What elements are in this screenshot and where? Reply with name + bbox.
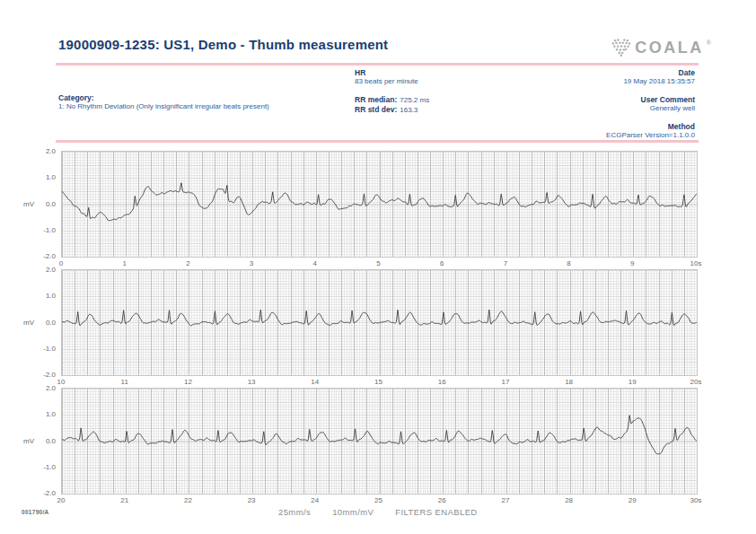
y-tick-label: 1.0 [32,410,56,418]
x-tick-label: 29 [629,496,637,504]
y-tick-label: 0.0 [32,199,56,207]
x-tick-label: 22 [184,496,192,504]
category-label: Category: [58,93,355,102]
date-value: 19 May 2018 15:35:57 [488,77,695,86]
x-tick-label: 8 [567,259,570,267]
x-tick-label: 17 [501,378,509,386]
x-tick-label: 10s [690,259,702,267]
x-tick-label: 2 [186,259,189,267]
ecg-waveform [62,152,697,257]
meta-block: Date 19 May 2018 15:35:57 User Comment G… [488,68,695,140]
divider-bottom [56,140,699,143]
x-tick-label: 10 [57,378,66,386]
x-tick-label: 26 [438,496,446,504]
ecg-grid [61,388,698,495]
category-block: Category: 1: No Rhythm Deviation (Only i… [58,93,355,111]
x-tick-label: 27 [501,496,509,504]
gain-setting: 10mm/mV [332,507,374,517]
ecg-trace [62,183,697,221]
x-tick-label: 12 [184,378,192,386]
x-tick-label: 16 [438,378,446,386]
rr-stddev-value: 163.3 [400,106,418,114]
page-title: 19000909-1235: US1, Demo - Thumb measure… [58,37,388,52]
x-tick-label: 14 [311,378,319,386]
rr-stddev-label: RR std dev: [355,105,397,114]
ecg-report-page: 19000909-1235: US1, Demo - Thumb measure… [0,0,756,534]
y-tick-label: -1.0 [32,225,56,233]
x-tick-label: 3 [250,259,253,267]
x-tick-label: 13 [248,378,256,386]
x-tick-label: 11 [121,378,128,386]
user-comment-value: Generally well [488,104,695,113]
y-tick-label: -1.0 [32,344,56,352]
x-tick-label: 20 [57,496,66,504]
x-tick-label: 28 [565,496,573,504]
y-tick-label: 2.0 [32,266,56,274]
ecg-trace [62,416,697,454]
y-tick-label: -1.0 [32,462,56,470]
x-tick-label: 25 [374,496,382,504]
method-label: Method [488,122,695,131]
x-tick-label: 15 [374,378,382,386]
x-tick-label: 4 [313,259,317,267]
x-tick-label: 6 [440,259,444,267]
x-tick-label: 9 [630,259,634,267]
coala-logo-text: COALA [635,39,704,57]
x-tick-label: 7 [504,259,507,267]
x-tick-label: 1 [122,259,126,267]
y-tick-label: 1.0 [32,173,56,181]
category-value: 1: No Rhythm Deviation (Only insignifica… [58,102,355,111]
ecg-trace [62,310,697,326]
y-tick-label: 2.0 [32,147,56,155]
x-tick-label: 18 [565,378,573,386]
x-tick-label: 20s [690,378,702,386]
rr-median-label: RR median: [355,95,397,104]
paper-speed: 25mm/s [278,507,311,517]
y-tick-label: 0.0 [32,436,56,444]
divider-top [56,63,699,66]
print-settings: 25mm/s 10mm/mV FILTERS ENABLED [278,507,478,517]
ecg-waveform [62,270,697,375]
x-tick-label: 23 [248,496,256,504]
y-tick-label: -2.0 [32,371,56,379]
x-tick-label: 0 [59,259,63,267]
x-tick-label: 21 [120,496,128,504]
x-tick-label: 19 [629,378,637,386]
x-tick-label: 30s [690,496,702,504]
ecg-grid [61,151,698,258]
y-tick-label: 2.0 [32,384,56,392]
ecg-grid [61,269,698,376]
method-value: ECGParser Version=1.1.0.0 [488,131,695,140]
y-tick-label: 1.0 [32,292,56,300]
registered-mark: ® [707,39,711,46]
coala-logo: COALA® [611,38,711,57]
coala-heart-icon [611,38,632,57]
rr-median-value: 725.2 ms [400,96,429,104]
x-tick-label: 24 [311,496,319,504]
user-comment-label: User Comment [488,95,695,104]
x-tick-label: 5 [376,259,380,267]
ecg-waveform [62,389,697,494]
y-tick-label: -2.0 [32,252,56,260]
y-tick-label: -2.0 [32,489,56,497]
date-label: Date [488,68,695,77]
y-tick-label: 0.0 [32,318,56,326]
filters-status: FILTERS ENABLED [395,507,477,517]
document-number: 001790/A [22,509,49,515]
